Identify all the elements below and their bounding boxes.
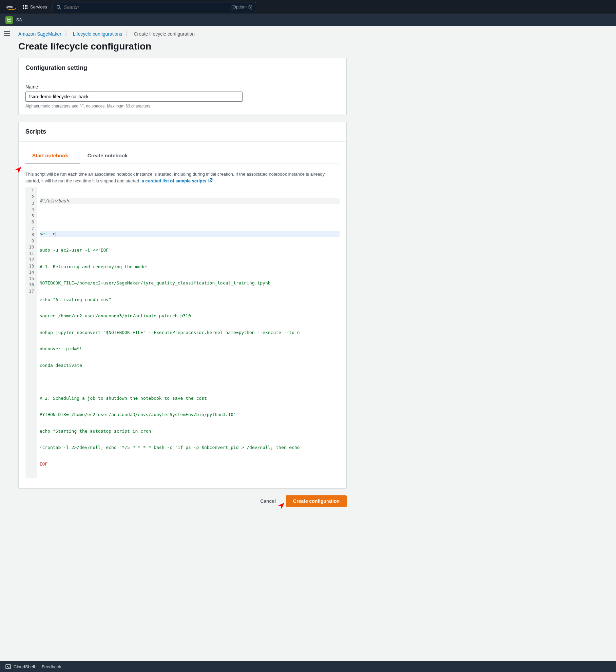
- tab-start-notebook[interactable]: Start notebook: [25, 149, 75, 163]
- scripts-panel: Scripts Start notebook Create notebook T…: [18, 122, 347, 489]
- global-search[interactable]: [Option+S]: [53, 2, 256, 12]
- chevron-right-icon: 〉: [65, 31, 70, 37]
- s3-label[interactable]: S3: [16, 17, 22, 22]
- side-nav-toggle[interactable]: [0, 26, 14, 532]
- config-panel: Configuration setting Name Alphanumeric …: [18, 58, 347, 115]
- hamburger-icon: [4, 31, 10, 532]
- svg-line-2: [59, 8, 61, 9]
- services-menu[interactable]: Services: [23, 4, 47, 9]
- grid-icon: [23, 5, 27, 9]
- search-input[interactable]: [61, 4, 231, 10]
- scripts-header: Scripts: [25, 128, 340, 135]
- breadcrumb: Amazon SageMaker 〉 Lifecycle configurati…: [18, 31, 347, 37]
- code-body[interactable]: #!/bin/bash set -e sudo -u ec2-user -i <…: [37, 187, 340, 478]
- breadcrumb-current: Create lifecycle configuration: [134, 31, 195, 37]
- line-gutter: 1234567891011121314151617: [25, 187, 37, 478]
- code-editor[interactable]: 1234567891011121314151617 #!/bin/bash se…: [25, 187, 340, 478]
- name-input[interactable]: [25, 92, 243, 102]
- svg-text:aws: aws: [6, 4, 13, 8]
- script-description: This script will be run each time an ass…: [25, 171, 340, 184]
- svg-point-3: [7, 18, 11, 19]
- tab-underline: [25, 163, 80, 163]
- breadcrumb-lifecycle[interactable]: Lifecycle configurations: [73, 31, 122, 37]
- config-header: Configuration setting: [25, 64, 340, 72]
- chevron-right-icon: 〉: [126, 31, 130, 37]
- cancel-button[interactable]: Cancel: [253, 495, 283, 507]
- form-actions: Cancel Create configuration: [18, 495, 347, 507]
- create-configuration-button[interactable]: Create configuration: [286, 495, 347, 507]
- aws-logo[interactable]: aws: [5, 4, 18, 10]
- sample-scripts-link[interactable]: a curated list of sample scripts: [142, 178, 213, 183]
- search-shortcut-hint: [Option+S]: [231, 4, 252, 9]
- breadcrumb-sagemaker[interactable]: Amazon SageMaker: [18, 31, 61, 37]
- external-link-icon: [208, 178, 213, 184]
- tab-divider: [79, 151, 79, 159]
- s3-icon[interactable]: [5, 16, 13, 24]
- global-nav: aws Services [Option+S]: [0, 0, 616, 14]
- name-label: Name: [25, 84, 340, 90]
- name-hint: Alphanumeric characters and "-", no spac…: [25, 104, 340, 108]
- services-label: Services: [30, 4, 47, 9]
- tab-create-notebook[interactable]: Create notebook: [81, 149, 134, 163]
- page-title: Create lifecycle configuration: [18, 41, 347, 52]
- search-icon: [56, 5, 61, 9]
- svg-point-1: [57, 5, 60, 8]
- script-tabs: Start notebook Create notebook: [25, 149, 340, 163]
- service-bar: S3: [0, 14, 616, 26]
